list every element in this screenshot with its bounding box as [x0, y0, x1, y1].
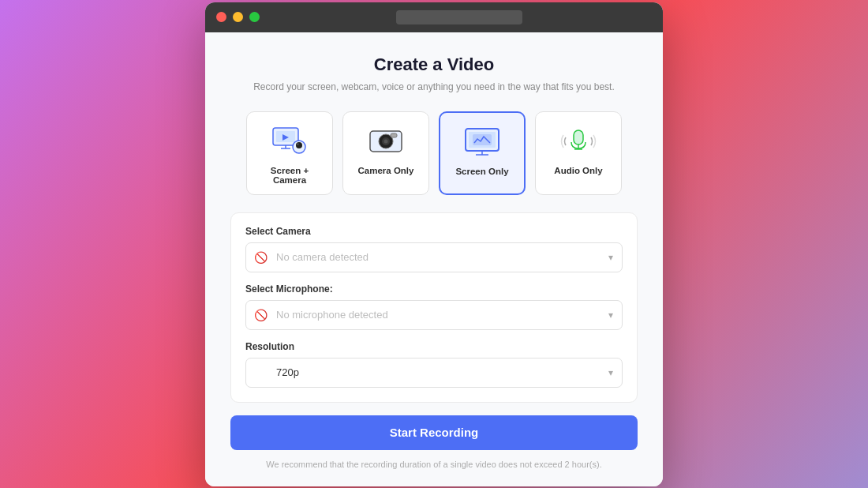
page-title: Create a Video	[230, 54, 638, 75]
camera-slash-icon: 🚫	[254, 251, 268, 264]
screen-camera-icon	[269, 125, 310, 158]
microphone-label: Select Microphone:	[245, 283, 623, 295]
titlebar	[205, 2, 663, 32]
svg-rect-18	[574, 130, 583, 145]
option-screen-only-label: Screen Only	[455, 167, 508, 176]
minimize-button[interactable]	[233, 12, 243, 22]
footer-note: We recommend that the recording duration…	[230, 460, 638, 469]
microphone-select-wrapper: 🚫 No microphone detected ▾	[245, 300, 623, 330]
titlebar-title	[396, 10, 522, 24]
option-screen-camera-label: Screen + Camera	[255, 166, 324, 185]
resolution-select[interactable]: 720p 1080p 480p 360p	[245, 358, 623, 388]
option-screen-only[interactable]: Screen Only	[439, 111, 526, 195]
recording-options: Screen + Camera Camera Only	[230, 111, 638, 195]
camera-select[interactable]: No camera detected	[245, 242, 623, 272]
titlebar-spacer	[266, 10, 652, 24]
audio-only-icon	[558, 125, 599, 158]
svg-point-6	[297, 143, 299, 145]
camera-only-icon	[365, 125, 406, 158]
microphone-select[interactable]: No microphone detected	[245, 300, 623, 330]
screen-only-icon	[462, 126, 503, 159]
page-subtitle: Record your screen, webcam, voice or any…	[230, 81, 638, 92]
resolution-select-wrapper: 720p 1080p 480p 360p ▾	[245, 358, 623, 388]
resolution-label: Resolution	[245, 341, 623, 352]
svg-rect-12	[391, 133, 397, 137]
device-settings: Select Camera 🚫 No camera detected ▾ Sel…	[230, 212, 638, 403]
microphone-group: Select Microphone: 🚫 No microphone detec…	[245, 283, 623, 330]
microphone-slash-icon: 🚫	[254, 309, 268, 321]
camera-label: Select Camera	[245, 226, 623, 237]
option-camera-only[interactable]: Camera Only	[342, 111, 429, 195]
option-audio-only-label: Audio Only	[554, 166, 602, 175]
option-audio-only[interactable]: Audio Only	[535, 111, 622, 195]
app-window: Create a Video Record your screen, webca…	[205, 2, 663, 486]
option-camera-only-label: Camera Only	[358, 166, 414, 175]
close-button[interactable]	[216, 12, 226, 22]
maximize-button[interactable]	[249, 12, 260, 22]
svg-point-11	[384, 139, 388, 143]
svg-point-5	[296, 142, 302, 148]
option-screen-camera[interactable]: Screen + Camera	[246, 111, 333, 195]
camera-select-wrapper: 🚫 No camera detected ▾	[245, 242, 623, 272]
main-content: Create a Video Record your screen, webca…	[205, 32, 663, 486]
resolution-group: Resolution 720p 1080p 480p 360p ▾	[245, 341, 623, 388]
camera-group: Select Camera 🚫 No camera detected ▾	[245, 226, 623, 272]
start-recording-button[interactable]: Start Recording	[230, 415, 638, 450]
